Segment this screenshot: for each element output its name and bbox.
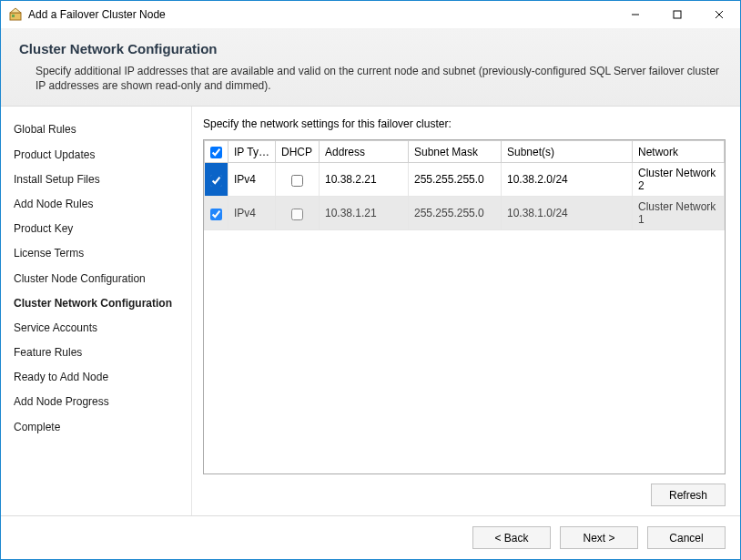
grid-row[interactable]: IPv410.38.1.21255.255.255.010.38.1.0/24C… bbox=[205, 197, 725, 230]
cell-select[interactable] bbox=[205, 163, 228, 197]
cell-iptype: IPv4 bbox=[228, 197, 276, 230]
sidebar-step[interactable]: Add Node Rules bbox=[14, 192, 184, 217]
col-header-network[interactable]: Network bbox=[633, 141, 725, 163]
svg-marker-1 bbox=[10, 8, 21, 13]
main-pane: Specify the network settings for this fa… bbox=[192, 107, 740, 515]
minimize-button[interactable] bbox=[614, 1, 656, 28]
sidebar-step[interactable]: Add Node Progress bbox=[14, 390, 184, 414]
col-header-select[interactable] bbox=[205, 141, 228, 163]
cancel-button[interactable]: Cancel bbox=[647, 526, 726, 549]
sidebar-step[interactable]: Cluster Node Configuration bbox=[14, 267, 184, 291]
wizard-header: Cluster Network Configuration Specify ad… bbox=[1, 28, 740, 107]
col-header-mask[interactable]: Subnet Mask bbox=[409, 141, 502, 163]
cell-dhcp[interactable] bbox=[276, 163, 320, 197]
sidebar-step[interactable]: Global Rules bbox=[14, 117, 184, 142]
sidebar-step[interactable]: Product Key bbox=[14, 217, 184, 241]
sidebar-step[interactable]: Service Accounts bbox=[14, 316, 184, 341]
next-button[interactable]: Next > bbox=[560, 526, 638, 549]
wizard-window: Add a Failover Cluster Node Cluster Netw… bbox=[0, 0, 741, 560]
sidebar-step[interactable]: Ready to Add Node bbox=[14, 365, 184, 390]
maximize-button[interactable] bbox=[656, 1, 698, 28]
cell-dhcp bbox=[276, 197, 320, 230]
page-description: Specify additional IP addresses that are… bbox=[19, 64, 722, 93]
cell-subnets: 10.38.2.0/24 bbox=[502, 163, 633, 197]
select-all-checkbox[interactable] bbox=[210, 147, 222, 158]
wizard-body: Global RulesProduct UpdatesInstall Setup… bbox=[1, 107, 740, 515]
row-select-checkbox bbox=[210, 209, 222, 220]
network-grid: IP Ty… DHCP Address Subnet Mask Subnet(s… bbox=[203, 139, 726, 474]
app-icon bbox=[8, 7, 23, 22]
grid-row[interactable]: IPv410.38.2.21255.255.255.010.38.2.0/24C… bbox=[205, 163, 725, 197]
col-header-iptype[interactable]: IP Ty… bbox=[228, 141, 276, 163]
refresh-button[interactable]: Refresh bbox=[651, 484, 726, 506]
col-header-address[interactable]: Address bbox=[320, 141, 409, 163]
row-select-checkbox[interactable] bbox=[210, 175, 222, 187]
window-title: Add a Failover Cluster Node bbox=[28, 8, 614, 21]
cell-iptype: IPv4 bbox=[228, 163, 276, 197]
grid-header-row: IP Ty… DHCP Address Subnet Mask Subnet(s… bbox=[205, 141, 725, 163]
cell-select bbox=[205, 197, 228, 230]
refresh-row: Refresh bbox=[203, 474, 726, 506]
cell-network: Cluster Network 2 bbox=[633, 163, 725, 197]
wizard-footer: < Back Next > Cancel bbox=[1, 515, 740, 559]
sidebar-step[interactable]: Cluster Network Configuration bbox=[14, 291, 184, 316]
steps-sidebar: Global RulesProduct UpdatesInstall Setup… bbox=[1, 107, 192, 515]
sidebar-step[interactable]: License Terms bbox=[14, 241, 184, 266]
sidebar-step[interactable]: Product Updates bbox=[14, 143, 184, 168]
sidebar-step[interactable]: Install Setup Files bbox=[14, 168, 184, 192]
titlebar: Add a Failover Cluster Node bbox=[1, 1, 740, 28]
dhcp-checkbox bbox=[291, 209, 303, 220]
cell-subnets: 10.38.1.0/24 bbox=[502, 197, 633, 230]
cell-address[interactable]: 10.38.2.21 bbox=[320, 163, 409, 197]
sidebar-step[interactable]: Complete bbox=[14, 415, 184, 440]
col-header-dhcp[interactable]: DHCP bbox=[276, 141, 320, 163]
cell-network: Cluster Network 1 bbox=[633, 197, 725, 230]
page-title: Cluster Network Configuration bbox=[19, 41, 722, 56]
svg-rect-4 bbox=[674, 11, 681, 18]
svg-rect-0 bbox=[10, 13, 21, 20]
cell-address: 10.38.1.21 bbox=[320, 197, 409, 230]
cell-mask: 255.255.255.0 bbox=[409, 163, 502, 197]
dhcp-checkbox[interactable] bbox=[291, 175, 303, 187]
cell-mask: 255.255.255.0 bbox=[409, 197, 502, 230]
window-controls bbox=[614, 1, 740, 28]
back-button[interactable]: < Back bbox=[472, 526, 551, 549]
sidebar-step[interactable]: Feature Rules bbox=[14, 341, 184, 365]
col-header-subnets[interactable]: Subnet(s) bbox=[502, 141, 633, 163]
instruction-text: Specify the network settings for this fa… bbox=[203, 117, 726, 130]
close-button[interactable] bbox=[698, 1, 740, 28]
svg-rect-2 bbox=[12, 15, 15, 17]
